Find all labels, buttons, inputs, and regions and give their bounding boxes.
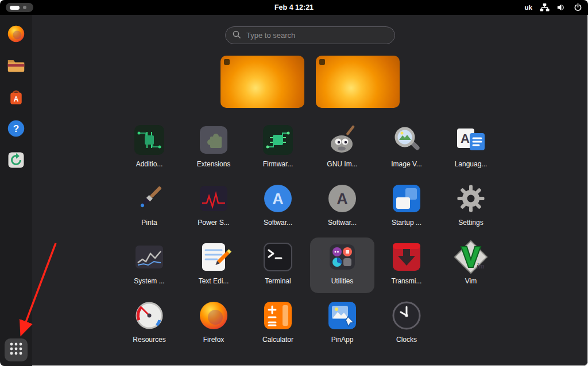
settings-gear-icon: [452, 180, 489, 217]
app-label: Power S...: [198, 219, 229, 227]
app-item-software-properties[interactable]: A Softwar...: [310, 179, 374, 235]
pinta-icon: [131, 180, 168, 217]
app-label: Terminal: [265, 277, 291, 285]
app-label: Extensions: [197, 160, 231, 168]
additional-drivers-icon: [131, 122, 168, 158]
workspace-thumbnail-1[interactable]: [220, 56, 304, 108]
app-item-calculator[interactable]: Calculator: [246, 296, 310, 352]
transmission-icon: [388, 239, 425, 275]
app-label: Firefox: [203, 336, 225, 344]
svg-text:A: A: [14, 95, 19, 103]
gimp-icon: [324, 122, 361, 158]
search-bar[interactable]: [225, 26, 395, 44]
files-icon: [6, 55, 26, 76]
app-item-resources[interactable]: Resources: [117, 296, 181, 352]
app-item-terminal[interactable]: Terminal: [246, 237, 310, 293]
language-support-icon: A: [452, 122, 489, 158]
app-item-transmission[interactable]: Transmi...: [374, 237, 439, 293]
app-label: Settings: [458, 219, 483, 227]
clock[interactable]: Feb 4 12:21: [274, 3, 314, 11]
pinapp-icon: [324, 297, 361, 334]
software-updater-icon: [6, 150, 26, 170]
app-label: Languag...: [455, 160, 488, 168]
help-icon: ?: [6, 118, 26, 139]
network-icon[interactable]: [540, 3, 550, 12]
app-label: System ...: [134, 277, 164, 285]
ubuntu-software-icon: A: [6, 87, 26, 107]
app-label: Additio...: [136, 160, 163, 168]
power-icon[interactable]: [574, 3, 582, 12]
app-item-image-viewer[interactable]: Image V...: [374, 120, 439, 176]
calculator-icon: [260, 297, 296, 334]
search-input[interactable]: [245, 30, 388, 40]
app-item-extensions[interactable]: Extensions: [181, 120, 246, 176]
app-grid: Additio... Extensions: [117, 120, 503, 352]
app-label: Image V...: [391, 160, 422, 168]
show-applications-grid-icon: [9, 342, 23, 358]
app-label: Calculator: [262, 336, 293, 344]
svg-text:?: ?: [13, 123, 20, 134]
dock-item-help[interactable]: ?: [5, 118, 27, 139]
app-item-additional-drivers[interactable]: Additio...: [117, 120, 181, 176]
show-applications-button[interactable]: [5, 338, 28, 361]
app-item-software[interactable]: A Softwar...: [246, 179, 310, 235]
app-item-power-statistics[interactable]: Power S...: [181, 179, 246, 235]
dock-item-ubuntu-software[interactable]: A: [5, 86, 27, 108]
app-label: Vim: [465, 277, 477, 285]
image-viewer-icon: [388, 122, 425, 158]
app-label: Firmwar...: [263, 160, 293, 168]
software-icon: A: [260, 180, 296, 217]
app-item-clocks[interactable]: Clocks: [374, 296, 439, 352]
app-label: Softwar...: [264, 219, 292, 227]
svg-text:A: A: [272, 190, 284, 208]
app-item-pinta[interactable]: Pinta: [117, 179, 181, 235]
app-item-vim[interactable]: im Vim: [439, 237, 503, 293]
app-item-system-monitor[interactable]: System ...: [117, 237, 181, 293]
vim-icon: im: [452, 239, 489, 275]
desktop-shortcut-icon: [224, 59, 230, 65]
workspace-indicator[interactable]: [6, 3, 33, 12]
dock: A ?: [0, 15, 32, 366]
active-workspace-dash: [10, 6, 20, 10]
workspace-thumbnails: [220, 56, 400, 108]
top-bar: Feb 4 12:21 uk: [0, 0, 588, 15]
app-item-startup-disk-creator[interactable]: Startup ...: [374, 179, 439, 235]
app-item-firefox[interactable]: Firefox: [181, 296, 246, 352]
dock-item-software-updater[interactable]: [5, 149, 27, 171]
inactive-workspace-dot: [23, 6, 26, 9]
power-statistics-icon: [195, 180, 232, 217]
app-item-text-editor[interactable]: Text Edi...: [181, 237, 246, 293]
app-item-gimp[interactable]: GNU Im...: [310, 120, 374, 176]
app-label: Softwar...: [328, 219, 357, 227]
svg-text:A: A: [336, 190, 348, 208]
activities-overview: Additio... Extensions: [32, 15, 588, 366]
system-monitor-icon: [131, 239, 168, 275]
resources-gauge-icon: [131, 297, 168, 334]
dock-item-firefox[interactable]: [5, 23, 27, 45]
utilities-folder-icon: [324, 239, 361, 275]
svg-text:im: im: [477, 262, 485, 270]
keyboard-layout-indicator[interactable]: uk: [525, 4, 532, 11]
extensions-icon: [195, 122, 232, 158]
firmware-icon: [260, 122, 296, 158]
firefox-icon: [195, 297, 232, 334]
app-item-firmware[interactable]: Firmwar...: [246, 120, 310, 176]
search-icon: [233, 30, 241, 41]
app-label: Utilities: [331, 277, 354, 285]
dock-item-files[interactable]: [5, 54, 27, 76]
firefox-icon: [6, 24, 26, 44]
app-label: Clocks: [396, 336, 417, 344]
app-item-pinapp[interactable]: PinApp: [310, 296, 374, 352]
text-editor-icon: [195, 239, 232, 275]
volume-icon[interactable]: [557, 3, 566, 12]
app-item-settings[interactable]: Settings: [439, 179, 503, 235]
app-label: Pinta: [141, 219, 157, 227]
workspace-thumbnail-2[interactable]: [316, 56, 400, 108]
app-item-utilities[interactable]: Utilities: [310, 237, 374, 293]
startup-disk-creator-icon: [388, 180, 425, 217]
terminal-icon: [260, 239, 296, 275]
desktop-shortcut-icon: [319, 59, 325, 65]
app-item-language-support[interactable]: A Languag...: [439, 120, 503, 176]
app-label: Transmi...: [392, 277, 422, 285]
app-label: GNU Im...: [327, 160, 357, 168]
